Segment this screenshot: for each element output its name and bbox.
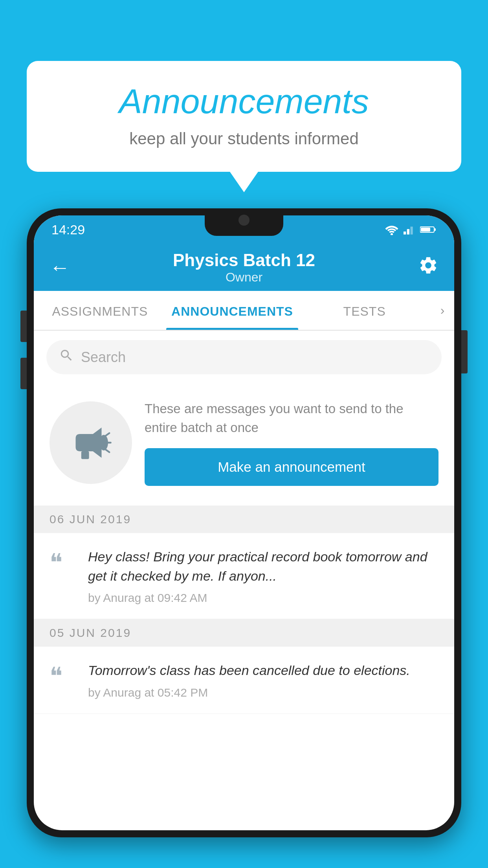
svg-line-11 <box>105 449 109 452</box>
promo-card: These are messages you want to send to t… <box>34 384 454 506</box>
speech-bubble-subtitle: keep all your students informed <box>50 129 438 148</box>
svg-rect-1 <box>404 232 406 235</box>
status-icons <box>385 224 437 235</box>
quote-icon-2: ❝ <box>50 664 77 688</box>
phone-wrapper: 14:29 <box>27 208 461 868</box>
search-icon <box>59 348 74 366</box>
promo-description: These are messages you want to send to t… <box>145 399 438 437</box>
settings-button[interactable] <box>418 255 438 280</box>
battery-icon <box>420 225 437 234</box>
speech-bubble: Announcements keep all your students inf… <box>27 61 461 172</box>
date-separator-2: 05 JUN 2019 <box>34 619 454 647</box>
volume-up-button <box>20 311 27 342</box>
app-bar: ← Physics Batch 12 Owner <box>34 244 454 291</box>
status-time: 14:29 <box>51 222 85 237</box>
search-container: Search <box>34 331 454 384</box>
tabs-bar: ASSIGNMENTS ANNOUNCEMENTS TESTS › <box>34 291 454 331</box>
volume-down-button <box>20 358 27 389</box>
promo-icon-circle <box>50 401 132 484</box>
back-button[interactable]: ← <box>50 256 70 279</box>
svg-rect-2 <box>407 229 409 235</box>
app-bar-title-group: Physics Batch 12 Owner <box>173 250 315 285</box>
tab-assignments[interactable]: ASSIGNMENTS <box>34 291 166 330</box>
gear-icon <box>418 255 438 276</box>
svg-rect-6 <box>421 228 430 232</box>
signal-icon <box>404 224 415 235</box>
svg-rect-3 <box>411 227 413 235</box>
announcement-content-1: Hey class! Bring your practical record b… <box>88 547 438 605</box>
wifi-icon <box>385 224 399 235</box>
quote-icon-1: ❝ <box>50 550 77 575</box>
announcement-item-1[interactable]: ❝ Hey class! Bring your practical record… <box>34 533 454 620</box>
tab-announcements[interactable]: ANNOUNCEMENTS <box>166 291 299 330</box>
speech-bubble-title: Announcements <box>50 83 438 121</box>
phone-camera <box>238 215 250 226</box>
svg-rect-8 <box>81 451 89 459</box>
announcement-text-1: Hey class! Bring your practical record b… <box>88 547 438 586</box>
speech-bubble-container: Announcements keep all your students inf… <box>27 61 461 172</box>
announcement-meta-2: by Anurag at 05:42 PM <box>88 686 438 699</box>
tab-tests[interactable]: TESTS <box>298 291 431 330</box>
svg-rect-5 <box>434 228 436 231</box>
app-bar-title: Physics Batch 12 <box>173 250 315 270</box>
announcement-content-2: Tomorrow's class has been cancelled due … <box>88 661 438 699</box>
make-announcement-button[interactable]: Make an announcement <box>145 448 438 486</box>
svg-point-0 <box>391 233 393 235</box>
announcement-item-2[interactable]: ❝ Tomorrow's class has been cancelled du… <box>34 647 454 714</box>
announcement-meta-1: by Anurag at 09:42 AM <box>88 591 438 605</box>
announcement-text-2: Tomorrow's class has been cancelled due … <box>88 661 438 680</box>
svg-line-9 <box>105 433 109 436</box>
phone-screen: 14:29 <box>34 215 454 830</box>
megaphone-icon <box>69 421 112 464</box>
tab-more-button[interactable]: › <box>431 291 454 330</box>
phone-frame: 14:29 <box>27 208 461 837</box>
app-bar-subtitle: Owner <box>173 270 315 285</box>
magnify-icon <box>59 348 74 363</box>
date-separator-1: 06 JUN 2019 <box>34 506 454 533</box>
search-placeholder: Search <box>81 349 126 366</box>
power-button <box>461 330 468 373</box>
promo-right: These are messages you want to send to t… <box>145 399 438 486</box>
search-bar[interactable]: Search <box>46 340 442 374</box>
